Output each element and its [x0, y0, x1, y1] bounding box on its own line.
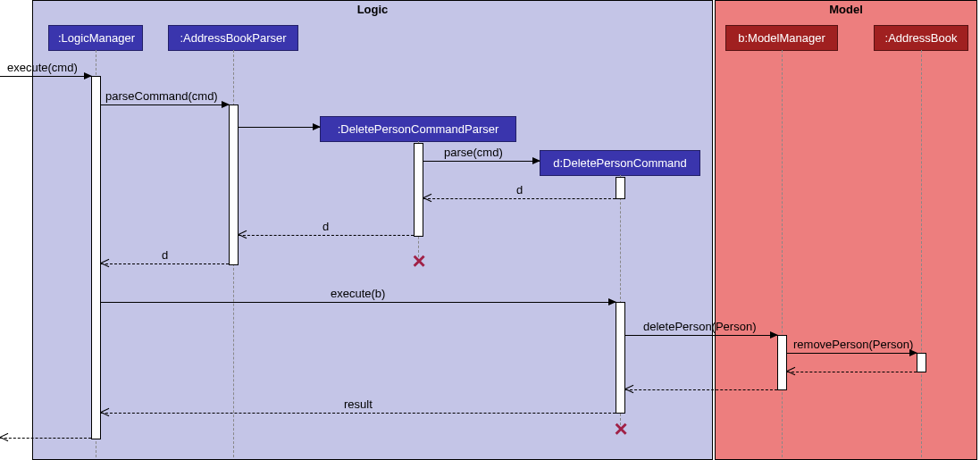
- msg-label: removePerson(Person): [793, 338, 913, 351]
- participant-label: :AddressBook: [885, 31, 958, 45]
- msg-label: parseCommand(cmd): [105, 89, 218, 103]
- return-arrow: [239, 235, 414, 236]
- package-logic-title: Logic: [357, 3, 389, 16]
- return-arrow: [625, 389, 777, 390]
- msg-arrow: [239, 127, 320, 128]
- arrowhead-icon: [313, 123, 321, 130]
- lifeline: [921, 50, 922, 457]
- return-arrow: [101, 413, 616, 414]
- activation-delete-command-1: [616, 177, 625, 199]
- sequence-diagram: Logic Model :LogicManager :AddressBookPa…: [0, 0, 980, 460]
- activation-delete-parser: [414, 143, 423, 237]
- participant-model-manager: b:ModelManager: [725, 25, 838, 51]
- return-arrow: [0, 438, 91, 439]
- msg-arrow: [625, 335, 777, 336]
- activation-delete-command-2: [616, 302, 625, 414]
- return-arrow: [423, 198, 616, 199]
- activation-parser: [229, 105, 239, 265]
- destroy-icon: ×: [412, 247, 425, 275]
- msg-label: execute(cmd): [7, 61, 78, 74]
- activation-address-book: [917, 353, 926, 372]
- participant-delete-command: d:DeletePersonCommand: [540, 150, 700, 176]
- msg-label: parse(cmd): [444, 146, 503, 159]
- destroy-icon: ×: [614, 415, 627, 443]
- participant-label: :AddressBookParser: [180, 31, 286, 45]
- msg-arrow: [423, 161, 540, 162]
- participant-label: b:ModelManager: [738, 31, 825, 45]
- return-arrow: [787, 372, 917, 372]
- msg-arrow: [0, 76, 91, 77]
- arrowhead-icon: [222, 101, 230, 108]
- participant-logic-manager: :LogicManager: [48, 25, 143, 51]
- participant-address-book-parser: :AddressBookParser: [168, 25, 298, 51]
- participant-label: :DeletePersonCommandParser: [338, 122, 499, 136]
- participant-delete-parser: :DeletePersonCommandParser: [320, 116, 516, 142]
- arrowhead-icon: [532, 157, 540, 164]
- msg-arrow: [101, 105, 229, 105]
- activation-logic-manager: [91, 76, 101, 439]
- participant-address-book: :AddressBook: [874, 25, 968, 51]
- arrowhead-icon: [608, 298, 616, 305]
- return-arrow: [101, 263, 229, 264]
- msg-arrow: [101, 302, 616, 303]
- lifeline: [782, 50, 783, 457]
- msg-label: d: [322, 220, 329, 233]
- msg-arrow: [787, 353, 917, 354]
- msg-label: execute(b): [331, 287, 385, 300]
- msg-label: result: [344, 397, 373, 411]
- arrowhead-icon: [84, 72, 92, 79]
- participant-label: d:DeletePersonCommand: [553, 156, 687, 170]
- activation-model-manager: [777, 335, 787, 390]
- participant-label: :LogicManager: [58, 31, 135, 45]
- arrowhead-icon: [770, 331, 778, 339]
- package-logic: Logic: [32, 0, 713, 460]
- msg-label: d: [516, 183, 523, 197]
- msg-label: d: [162, 248, 168, 262]
- package-model: Model: [715, 0, 977, 460]
- msg-label: deletePerson(Person): [643, 320, 756, 333]
- package-model-title: Model: [829, 3, 863, 16]
